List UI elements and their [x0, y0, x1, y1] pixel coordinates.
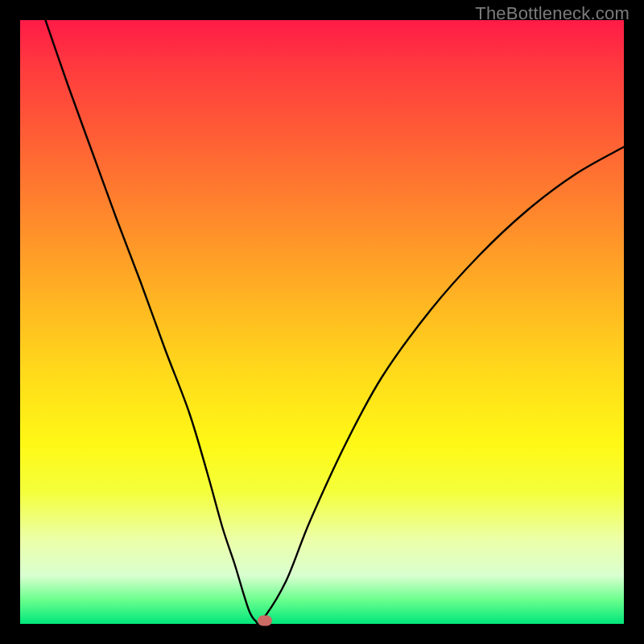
plot-area	[20, 20, 624, 624]
optimal-point-marker	[258, 615, 272, 625]
chart-frame: TheBottleneck.com	[0, 0, 644, 644]
curve-svg	[20, 20, 624, 624]
bottleneck-curve	[46, 20, 625, 624]
